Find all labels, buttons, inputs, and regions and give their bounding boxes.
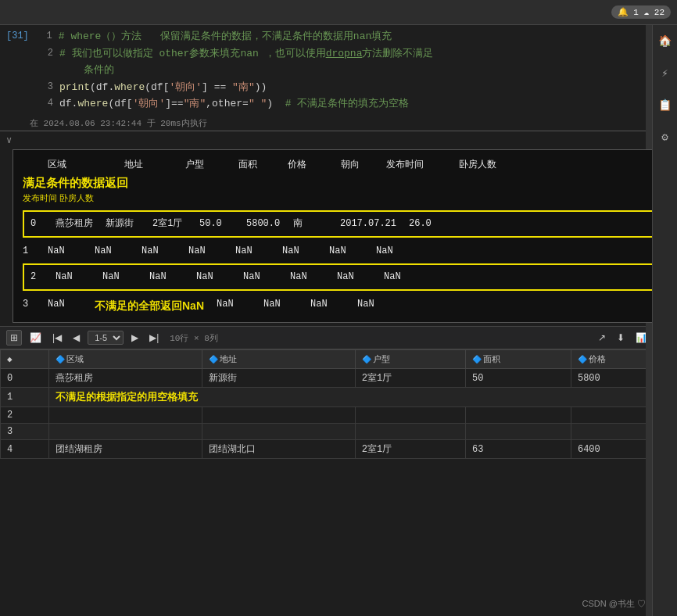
td-2-addr (202, 407, 355, 424)
td-4-type: 2室1厅 (355, 440, 465, 459)
csdn-badge: CSDN @书生 ♡ (582, 598, 646, 610)
th-addr: 🔷地址 (202, 350, 355, 369)
row-0-idx: 0 (30, 217, 49, 231)
row-2-v2: NaN (96, 270, 143, 285)
page-select[interactable]: 1-5 (88, 331, 124, 345)
toolbar-btn-chart[interactable]: 📈 (27, 331, 45, 345)
table-row-3: 3 (1, 424, 677, 440)
df-row-3: 3 NaN 不满足的全部返回NaN NaN NaN NaN NaN (23, 295, 664, 316)
line-num-4: 4 (36, 96, 59, 110)
td-2-area (465, 407, 571, 424)
data-table: ◆ 🔷区域 🔷地址 🔷户型 🔷面积 🔷价格 0 燕莎租房 新源街 2室1厅 (0, 349, 677, 459)
row-3-v5: NaN (304, 297, 351, 314)
row-3-v4: NaN (257, 297, 304, 314)
row-1-v4: NaN (182, 244, 229, 259)
table-row-0: 0 燕莎租房 新源街 2室1厅 50 5800 (1, 369, 677, 388)
output-section-1: ∨ 区域 地址 户型 面积 价格 朝向 发布时间 卧房人数 满足条件的数据返回 … (0, 131, 677, 617)
table-section: ⊞ 📈 |◀ ◀ 1-5 ▶ ▶| 10行 × 8列 ↗ ⬇ 📊 @ (0, 326, 677, 459)
row-2-v5: NaN (237, 270, 284, 285)
table-row-4: 4 团结湖租房 团结湖北口 2室1厅 63 6400 (1, 440, 677, 459)
code-line-2: # 我们也可以做指定 other参数来填充nan ，也可以使用dropna方法删… (59, 46, 671, 62)
col-header-date: 发布时间 (386, 158, 453, 171)
dataframe-output-1: 区域 地址 户型 面积 价格 朝向 发布时间 卧房人数 满足条件的数据返回 发布… (13, 149, 674, 324)
row-0-region: 燕莎租房 (49, 217, 99, 231)
toolbar-btn-first[interactable]: |◀ (49, 331, 65, 345)
right-sidebar: 🏠 ⚡ 📋 ⚙ (652, 25, 677, 616)
th-idx: ◆ (1, 350, 49, 369)
output-toggle-1[interactable]: ∨ (0, 131, 677, 149)
row-1-v8: NaN (370, 244, 417, 259)
td-0-area: 50 (465, 369, 571, 388)
td-4-addr: 团结湖北口 (202, 440, 355, 459)
td-3-addr (202, 424, 355, 440)
col-header-orient: 朝向 (341, 158, 380, 171)
top-bar-icons: 🔔 1 ☁ 22 (611, 5, 671, 19)
row-1-idx: 1 (23, 244, 41, 259)
row-2-v8: NaN (378, 270, 424, 285)
table-info: 10行 × 8列 (170, 332, 218, 344)
df-row-2: 2 NaN NaN NaN NaN NaN NaN NaN NaN (30, 268, 656, 286)
row-1-v3: NaN (135, 244, 182, 259)
row-2-idx: 2 (30, 270, 49, 285)
code-line-4: 4 df.where(df['朝向']=="南",other=" ") # 不满… (6, 95, 671, 113)
toolbar-btn-prev[interactable]: ◀ (70, 331, 83, 345)
sidebar-icon-gear[interactable]: ⚙ (658, 127, 671, 147)
sidebar-icon-bolt[interactable]: ⚡ (658, 63, 671, 83)
table-row-2: 2 (1, 407, 677, 424)
toolbar-btn-last[interactable]: ▶| (146, 331, 162, 345)
row-0-box: 0 燕莎租房 新源街 2室1厅 50.0 5800.0 南 2017.07.21… (23, 210, 664, 238)
col-header-price: 价格 (288, 158, 335, 171)
row-2-v6: NaN (284, 270, 331, 285)
code-line-3-content: print(df.where(df['朝向'] == "南")) (59, 80, 671, 95)
user-badge: 🔔 1 ☁ 22 (611, 5, 671, 19)
th-area: 🔷面积 (465, 350, 571, 369)
annotation-unsatisfied: 不满足的全部返回NaN (88, 297, 210, 314)
row-1-v1: NaN (41, 244, 88, 259)
td-1-idx: 1 (1, 388, 49, 407)
sidebar-icon-clipboard[interactable]: 📋 (655, 95, 675, 115)
df-row-0: 0 燕莎租房 新源街 2室1厅 50.0 5800.0 南 2017.07.21… (30, 215, 656, 233)
row-2-v1: NaN (49, 270, 96, 285)
toolbar-btn-next[interactable]: ▶ (128, 331, 141, 345)
row-0-rooms: 26.0 (403, 217, 450, 231)
table-header-row: ◆ 🔷区域 🔷地址 🔷户型 🔷面积 🔷价格 (1, 350, 677, 369)
td-4-region: 团结湖租房 (48, 440, 202, 459)
line-num-3: 3 (36, 80, 59, 94)
td-2-type (355, 407, 465, 424)
row-1-v6: NaN (276, 244, 323, 259)
toolbar-btn-expand[interactable]: ↗ (595, 331, 609, 345)
td-1-annotation: 不满足的根据指定的用空格填充 (48, 388, 676, 407)
row-3-nan-end: NaN (351, 297, 398, 314)
line-num-1: 1 (35, 29, 59, 43)
row-2-v3: NaN (143, 270, 190, 285)
row-0-orient: 南 (287, 217, 334, 231)
col-header-type: 户型 (185, 158, 232, 171)
td-0-region: 燕莎租房 (48, 369, 202, 388)
sidebar-icon-home[interactable]: 🏠 (655, 31, 675, 51)
code-line-2b: 条件的 (6, 62, 671, 79)
code-line-2b-content: 条件的 (59, 63, 671, 78)
row-2-box: 2 NaN NaN NaN NaN NaN NaN NaN NaN (23, 263, 664, 291)
col-header-region: 区域 (48, 158, 118, 171)
row-3-v3: NaN (210, 297, 257, 314)
col-header-rooms: 卧房人数 (459, 158, 496, 171)
toolbar-btn-download[interactable]: ⬇ (614, 331, 628, 345)
toolbar-btn-table[interactable]: ⊞ (6, 330, 22, 346)
row-0-area: 50.0 (193, 217, 240, 231)
table-toolbar: ⊞ 📈 |◀ ◀ 1-5 ▶ ▶| 10行 × 8列 ↗ ⬇ 📊 @ (0, 327, 677, 349)
th-region: 🔷区域 (48, 350, 202, 369)
td-4-idx: 4 (1, 440, 49, 459)
td-0-idx: 0 (1, 369, 49, 388)
row-2-v4: NaN (190, 270, 237, 285)
code-line-3: 3 print(df.where(df['朝向'] == "南")) (6, 79, 671, 96)
row-3-idx: 3 (23, 297, 41, 314)
df-row-1: 1 NaN NaN NaN NaN NaN NaN NaN NaN (23, 242, 664, 260)
td-3-idx: 3 (1, 424, 49, 440)
td-3-region (48, 424, 202, 440)
row-0-addr: 新源街 (99, 217, 146, 231)
code-area: [31] 1 # where（）方法 保留满足条件的数据，不满足条件的数据用na… (0, 25, 677, 131)
execution-info: 在 2024.08.06 23:42:44 于 20ms内执行 (0, 116, 677, 131)
row-0-price: 5800.0 (240, 217, 287, 231)
toggle-icon-1: ∨ (6, 134, 12, 146)
th-type: 🔷户型 (355, 350, 465, 369)
